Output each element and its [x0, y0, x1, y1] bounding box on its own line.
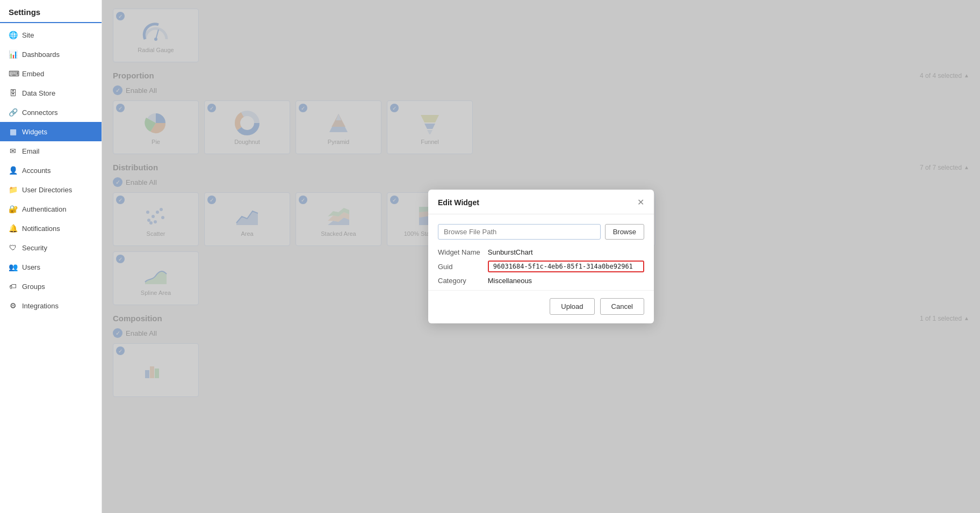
browse-button[interactable]: Browse	[605, 224, 644, 240]
guid-value: 96031684-5f1c-4eb6-85f1-314a0be92961	[488, 261, 644, 272]
sidebar-label-email: Email	[22, 147, 40, 155]
sidebar-item-site[interactable]: 🌐Site	[0, 25, 102, 45]
sidebar-item-accounts[interactable]: 👤Accounts	[0, 161, 102, 180]
guid-label: Guid	[438, 263, 480, 271]
sidebar-label-widgets: Widgets	[22, 128, 47, 136]
upload-button[interactable]: Upload	[550, 298, 594, 315]
sidebar-item-notifications[interactable]: 🔔Notifications	[0, 219, 102, 238]
main-content: ✓ Radial Gauge Proportion 4 of 4 selecte…	[102, 0, 980, 513]
sidebar-label-users: Users	[22, 263, 40, 271]
sidebar-title: Settings	[0, 0, 102, 23]
email-icon: ✉	[9, 147, 17, 155]
sidebar-label-security: Security	[22, 244, 47, 252]
sidebar-label-dashboards: Dashboards	[22, 50, 60, 59]
modal-title: Edit Widget	[438, 198, 479, 207]
category-label: Category	[438, 277, 480, 285]
widgets-icon: ▦	[9, 127, 17, 136]
sidebar-item-authentication[interactable]: 🔐Authentication	[0, 199, 102, 219]
browse-row: Browse	[438, 224, 644, 240]
data-store-icon: 🗄	[9, 89, 17, 97]
sidebar-item-connectors[interactable]: 🔗Connectors	[0, 103, 102, 122]
groups-icon: 🏷	[9, 282, 17, 291]
embed-icon: ⌨	[9, 69, 17, 78]
sidebar-label-user-directories: User Directories	[22, 186, 72, 194]
modal-body: Browse Widget Name SunburstChart Guid 96…	[428, 214, 654, 290]
sidebar-item-widgets[interactable]: ▦Widgets	[0, 122, 102, 141]
sidebar-item-users[interactable]: 👥Users	[0, 257, 102, 277]
user-directories-icon: 📁	[9, 185, 17, 194]
sidebar-label-embed: Embed	[22, 70, 44, 78]
modal-footer: Upload Cancel	[428, 290, 654, 323]
sidebar-label-data-store: Data Store	[22, 89, 55, 97]
authentication-icon: 🔐	[9, 205, 17, 213]
category-value: Miscellaneous	[488, 277, 644, 285]
sidebar-item-security[interactable]: 🛡Security	[0, 238, 102, 257]
site-icon: 🌐	[9, 31, 17, 39]
integrations-icon: ⚙	[9, 301, 17, 310]
sidebar-item-embed[interactable]: ⌨Embed	[0, 64, 102, 83]
sidebar: Settings 🌐Site📊Dashboards⌨Embed🗄Data Sto…	[0, 0, 102, 513]
sidebar-item-user-directories[interactable]: 📁User Directories	[0, 180, 102, 199]
notifications-icon: 🔔	[9, 224, 17, 233]
sidebar-label-accounts: Accounts	[22, 167, 51, 175]
users-icon: 👥	[9, 263, 17, 271]
sidebar-label-notifications: Notifications	[22, 225, 60, 233]
sidebar-item-dashboards[interactable]: 📊Dashboards	[0, 45, 102, 64]
accounts-icon: 👤	[9, 166, 17, 175]
sidebar-label-site: Site	[22, 31, 34, 39]
edit-widget-modal: Edit Widget ✕ Browse Widget Name Sunburs…	[428, 190, 654, 323]
sidebar-label-connectors: Connectors	[22, 109, 57, 117]
dashboards-icon: 📊	[9, 50, 17, 59]
security-icon: 🛡	[9, 243, 17, 252]
sidebar-label-authentication: Authentication	[22, 205, 66, 213]
widget-name-value: SunburstChart	[488, 248, 644, 256]
sidebar-item-groups[interactable]: 🏷Groups	[0, 277, 102, 296]
connectors-icon: 🔗	[9, 108, 17, 117]
widget-name-label: Widget Name	[438, 248, 480, 256]
sidebar-item-integrations[interactable]: ⚙Integrations	[0, 296, 102, 315]
sidebar-item-data-store[interactable]: 🗄Data Store	[0, 83, 102, 103]
modal-header: Edit Widget ✕	[428, 190, 654, 214]
modal-close-button[interactable]: ✕	[637, 197, 644, 207]
sidebar-label-integrations: Integrations	[22, 302, 59, 310]
modal-info-grid: Widget Name SunburstChart Guid 96031684-…	[438, 248, 644, 285]
sidebar-label-groups: Groups	[22, 283, 45, 291]
cancel-button[interactable]: Cancel	[600, 298, 644, 315]
sidebar-item-email[interactable]: ✉Email	[0, 141, 102, 161]
browse-file-path-input[interactable]	[438, 224, 601, 240]
modal-backdrop: Edit Widget ✕ Browse Widget Name Sunburs…	[102, 0, 980, 513]
